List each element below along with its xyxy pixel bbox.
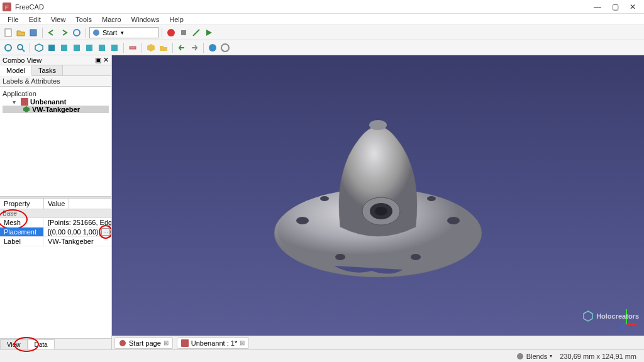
web-icon[interactable]	[207, 42, 218, 53]
macro-edit-icon[interactable]	[191, 27, 202, 38]
prop-placement[interactable]: Placement [(0,00 0,00 1,00);0,00 °;(0,00…	[0, 228, 111, 237]
prop-mesh-key: Mesh	[0, 218, 44, 227]
svg-rect-13	[86, 45, 92, 51]
minimize-button[interactable]: —	[589, 1, 606, 13]
svg-point-17	[209, 44, 216, 52]
tab-document[interactable]: Unbenannt : 1* ⊠	[177, 337, 249, 349]
measure-icon[interactable]	[127, 42, 138, 53]
combo-view-panel: Combo View ▣ ✕ Model Tasks Labels & Attr…	[0, 55, 112, 349]
close-icon[interactable]: ⊠	[164, 339, 169, 346]
svg-point-6	[167, 29, 175, 36]
panel-close-icon[interactable]: ✕	[103, 56, 109, 64]
panel-float-icon[interactable]: ▣	[95, 56, 101, 64]
svg-point-25	[411, 254, 421, 260]
menu-windows[interactable]: Windows	[126, 14, 165, 25]
iso-icon[interactable]	[33, 42, 45, 53]
zoom-fit-icon[interactable]	[15, 42, 26, 53]
undo-icon[interactable]	[46, 27, 57, 38]
menubar: File Edit View Tools Macro Windows Help	[0, 14, 644, 25]
svg-line-34	[619, 324, 626, 329]
maximize-button[interactable]: ▢	[606, 1, 624, 13]
close-icon[interactable]: ⊠	[240, 339, 245, 346]
svg-rect-3	[30, 30, 36, 36]
tab-doc-label: Unbenannt : 1*	[191, 339, 237, 347]
toolbar-file: Start	[0, 25, 644, 40]
prop-label-key: Label	[0, 237, 44, 246]
svg-rect-12	[74, 45, 80, 51]
svg-point-26	[320, 196, 329, 201]
mesh-render	[258, 101, 497, 290]
separator	[142, 43, 142, 53]
svg-point-31	[375, 207, 387, 216]
workbench-dropdown[interactable]: Start	[89, 27, 158, 38]
nav-fwd-icon[interactable]	[189, 42, 200, 53]
svg-point-23	[447, 217, 460, 224]
menu-tools[interactable]: Tools	[70, 14, 97, 25]
tree-item-mesh[interactable]: VW-Tankgeber	[3, 106, 109, 113]
header-value: Value	[44, 199, 69, 209]
tree-area[interactable]: Application ▾ Unbenannt VW-Tankgeber	[0, 87, 111, 196]
statusbar: Blends ▾ 230,69 mm x 124,91 mm	[0, 349, 644, 362]
svg-rect-10	[48, 45, 55, 51]
tab-startpage[interactable]: Start page ⊠	[114, 337, 173, 349]
menu-help[interactable]: Help	[164, 14, 189, 25]
panel-title: Combo View	[3, 57, 42, 64]
prop-label[interactable]: Label VW-Tankgeber	[0, 237, 111, 246]
part-icon[interactable]	[145, 42, 157, 53]
fit-icon[interactable]	[3, 42, 14, 53]
start-icon	[119, 339, 126, 347]
close-button[interactable]: ✕	[624, 1, 641, 13]
right-icon[interactable]	[71, 42, 82, 53]
menu-edit[interactable]: Edit	[24, 14, 46, 25]
document-tabs: Start page ⊠ Unbenannt : 1* ⊠	[112, 336, 644, 349]
property-tabs: View Data	[0, 338, 111, 349]
menu-view[interactable]: View	[46, 14, 71, 25]
menu-macro[interactable]: Macro	[97, 14, 126, 25]
svg-point-4	[74, 30, 80, 36]
nav-back-icon[interactable]	[176, 42, 187, 53]
left-icon[interactable]	[109, 42, 120, 53]
svg-rect-36	[181, 339, 189, 347]
watermark-text: Holocreators	[596, 312, 639, 320]
combo-tabs: Model Tasks	[0, 65, 111, 76]
menu-file[interactable]: File	[3, 14, 24, 25]
help-icon[interactable]	[219, 42, 231, 53]
separator	[42, 28, 43, 38]
top-icon[interactable]	[58, 42, 70, 53]
tree-document[interactable]: ▾ Unbenannt	[3, 98, 109, 106]
tab-model[interactable]: Model	[0, 65, 32, 76]
property-header: Property Value	[0, 199, 111, 209]
tab-tasks[interactable]: Tasks	[32, 65, 63, 75]
3d-viewport[interactable]: Holocreators	[112, 55, 644, 336]
app-icon: F	[3, 3, 11, 11]
group-icon[interactable]	[158, 42, 169, 53]
bottom-icon[interactable]	[96, 42, 108, 53]
front-icon[interactable]	[46, 42, 57, 53]
separator	[123, 43, 124, 53]
prop-mesh[interactable]: Mesh [Points: 251666, Edges: 751887, F..…	[0, 218, 111, 228]
tab-data[interactable]: Data	[28, 339, 55, 349]
svg-rect-15	[111, 45, 118, 51]
property-rows: Base Mesh [Points: 251666, Edges: 751887…	[0, 209, 111, 338]
separator	[30, 43, 30, 53]
tree-root[interactable]: Application	[3, 89, 109, 98]
toolbar-view	[0, 40, 644, 55]
redo-icon[interactable]	[58, 27, 70, 38]
status-blends[interactable]: Blends	[526, 353, 548, 360]
chevron-down-icon[interactable]: ▾	[13, 99, 19, 106]
macro-run-icon[interactable]	[203, 27, 214, 38]
macro-stop-icon[interactable]	[178, 27, 189, 38]
open-icon[interactable]	[15, 27, 26, 38]
new-doc-icon[interactable]	[3, 27, 14, 38]
svg-point-22	[296, 217, 309, 224]
refresh-icon[interactable]	[71, 27, 82, 38]
save-icon[interactable]	[28, 27, 39, 38]
svg-rect-2	[5, 29, 11, 36]
svg-point-24	[335, 254, 345, 260]
svg-point-9	[18, 45, 23, 50]
macro-record-icon[interactable]	[165, 27, 177, 38]
prop-expand-button[interactable]: …	[101, 228, 110, 236]
tab-view[interactable]: View	[0, 339, 28, 349]
group-base[interactable]: Base	[0, 209, 111, 218]
rear-icon[interactable]	[84, 42, 95, 53]
